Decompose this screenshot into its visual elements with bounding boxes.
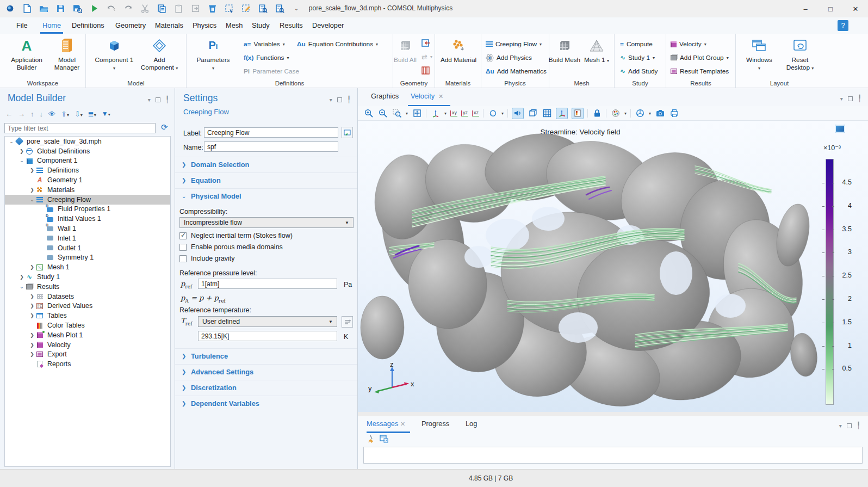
menu-file[interactable]: File (14, 20, 30, 34)
run-icon[interactable] (89, 3, 100, 14)
variables-button[interactable]: a= Variables▾ (244, 38, 285, 50)
zoom-in-icon[interactable] (363, 108, 374, 119)
menu-definitions[interactable]: Definitions (70, 20, 107, 34)
color-palette-icon[interactable] (610, 108, 621, 119)
mesh-1-button[interactable]: Mesh 1 ▾ (581, 37, 612, 65)
grid-toggle[interactable] (542, 108, 552, 119)
close-button[interactable]: ✕ (843, 0, 868, 17)
checkbox-neglect-inertial[interactable]: Neglect inertial term (Stokes flow) (179, 231, 293, 240)
forward-icon[interactable]: → (18, 110, 25, 118)
view-xy-icon[interactable]: xy (450, 110, 457, 116)
section-advanced-settings[interactable]: ❯Advanced Settings (175, 364, 357, 379)
import-geometry-icon[interactable] (421, 37, 431, 49)
name-input[interactable] (204, 141, 338, 152)
velocity-plot-button[interactable]: Velocity▾ (671, 38, 706, 50)
menu-developer[interactable]: Developer (310, 20, 346, 34)
environment-icon[interactable] (635, 108, 645, 119)
panel-menu-icon[interactable]: ▾ (330, 97, 332, 103)
ref-temp-input[interactable] (198, 331, 337, 341)
chevron-right-icon[interactable]: ❯ (29, 352, 35, 357)
close-tab-icon[interactable]: ✕ (400, 421, 405, 427)
default-3d-view-icon[interactable] (430, 108, 441, 119)
chevron-down-icon[interactable]: ▾ (624, 111, 627, 116)
tree-item-component-1[interactable]: ⌄Component 1 (5, 156, 170, 166)
compute-button[interactable]: = Compute (620, 38, 653, 50)
checkbox-include-gravity[interactable]: Include gravity (179, 254, 235, 263)
refresh-icon[interactable]: ⟳ (161, 122, 168, 132)
help-button[interactable]: ? (838, 20, 848, 31)
float-panel-icon[interactable] (848, 96, 853, 101)
tab-graphics[interactable]: Graphics (371, 92, 399, 100)
tree-item-results[interactable]: ⌄Results (5, 282, 170, 292)
close-tab-icon[interactable]: ✕ (438, 93, 443, 100)
chevron-down-icon[interactable]: ⌄ (8, 139, 15, 144)
add-plot-group-button[interactable]: Add Plot Group▾ (671, 52, 729, 64)
tab-log[interactable]: Log (466, 420, 477, 428)
section-physical-model[interactable]: ⌄Physical Model (175, 188, 357, 204)
print-icon[interactable] (669, 108, 679, 119)
panel-menu-icon[interactable]: ▾ (840, 96, 843, 102)
application-builder-button[interactable]: A Application Builder (5, 37, 48, 71)
add-component-button[interactable]: Add Component ▾ (138, 37, 181, 72)
chevron-down-icon[interactable]: ▾ (406, 111, 408, 116)
show-legend-toggle[interactable] (572, 108, 584, 119)
tree-item-materials[interactable]: ❯Materials (5, 185, 170, 195)
functions-button[interactable]: f(x) Functions▾ (244, 52, 289, 64)
add-mathematics-button[interactable]: Δu Add Mathematics (486, 65, 547, 77)
chevron-right-icon[interactable]: ❯ (29, 264, 35, 270)
section-equation[interactable]: ❯Equation (175, 172, 357, 188)
tree-item-initial-values-1[interactable]: Initial Values 1 (5, 214, 170, 224)
copy-icon[interactable] (156, 3, 167, 14)
tab-velocity[interactable]: Velocity✕ (411, 92, 443, 100)
redo-icon[interactable] (122, 3, 133, 14)
chevron-right-icon[interactable]: ❯ (29, 313, 35, 318)
back-icon[interactable]: ← (5, 110, 13, 118)
lock-view-icon[interactable] (592, 108, 602, 119)
chevron-right-icon[interactable]: ❯ (18, 274, 25, 280)
expand-all-icon[interactable]: ⇧▾ (61, 110, 69, 118)
tree-item-definitions[interactable]: ❯Definitions (5, 165, 170, 175)
float-panel-icon[interactable] (847, 423, 852, 428)
component-1-button[interactable]: Component 1 ▾ (93, 37, 135, 72)
chevron-right-icon[interactable]: ❯ (18, 149, 25, 154)
zoom-extents-icon[interactable] (412, 108, 422, 119)
checkbox-porous-media[interactable]: Enable porous media domains (179, 243, 283, 251)
virtual-operations-icon[interactable] (421, 64, 430, 76)
chevron-right-icon[interactable]: ❯ (29, 187, 35, 193)
equation-contributions-button[interactable]: Δu Equation Contributions▾ (297, 38, 378, 50)
tree-item-mesh-1[interactable]: ❯Mesh 1 (5, 262, 170, 272)
tree-item-geometry-1[interactable]: AGeometry 1 (5, 175, 170, 185)
model-manager-button[interactable]: Model Manager (46, 37, 88, 71)
tab-progress[interactable]: Progress (421, 420, 449, 428)
tree-item-fluid-properties-1[interactable]: Fluid Properties 1 (5, 205, 170, 214)
label-input[interactable] (204, 127, 338, 138)
collapse-all-icon[interactable]: ⇩▾ (75, 110, 83, 118)
find-and-replace-icon[interactable] (274, 3, 285, 14)
section-dependent-variables[interactable]: ❯Dependent Variables (175, 396, 357, 411)
tree-item-export[interactable]: ❯Export (5, 350, 170, 360)
pin-panel-icon[interactable]: ╿ (857, 422, 860, 429)
show-icon[interactable]: 👁 (48, 110, 55, 118)
study-1-button[interactable]: ∿ Study 1▾ (620, 52, 655, 64)
tree-item-velocity[interactable]: ❯Velocity (5, 340, 170, 350)
parameters-button[interactable]: Pi Parameters▾ (192, 37, 234, 72)
tree-item-inlet-1[interactable]: Inlet 1 (5, 233, 170, 243)
menu-geometry[interactable]: Geometry (113, 20, 148, 34)
section-domain-selection[interactable]: ❯Domain Selection (175, 157, 357, 172)
menu-mesh[interactable]: Mesh (224, 20, 245, 34)
tree-item-symmetry-1[interactable]: Symmetry 1 (5, 253, 170, 263)
panel-menu-icon[interactable]: ▾ (839, 423, 842, 429)
tree-item-creeping-flow[interactable]: ⌄Creeping Flow (5, 195, 170, 205)
chevron-right-icon[interactable]: ❯ (29, 332, 35, 338)
zoom-selected-icon[interactable] (392, 108, 402, 119)
minimize-button[interactable]: – (793, 0, 818, 17)
physics-interface-button[interactable]: Creeping Flow▾ (486, 38, 542, 50)
section-turbulence[interactable]: ❯Turbulence (175, 348, 357, 363)
pin-panel-icon[interactable]: ╿ (858, 95, 861, 102)
tree-item-study-1[interactable]: ❯∿Study 1 (5, 272, 170, 282)
view-xz-icon[interactable]: xz (472, 110, 479, 116)
model-input-button[interactable] (342, 316, 353, 328)
reset-desktop-button[interactable]: Reset Desktop ▾ (780, 37, 820, 72)
tree-item-color-tables[interactable]: Color Tables (5, 320, 170, 330)
chevron-right-icon[interactable]: ❯ (29, 303, 35, 309)
